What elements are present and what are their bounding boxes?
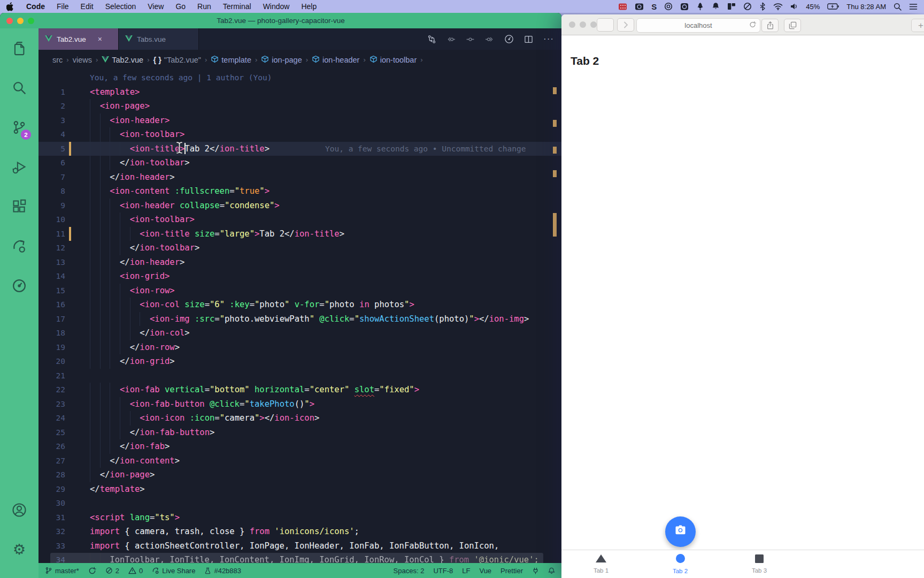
breadcrumb-item-ionheader[interactable]: ion-header	[312, 55, 359, 65]
new-tab-button[interactable]: +	[911, 19, 924, 32]
status--42b883[interactable]: #42b883	[204, 567, 241, 575]
status-lf[interactable]: LF	[462, 567, 470, 575]
working-file-icon[interactable]	[466, 35, 475, 44]
status-0[interactable]: 0	[128, 567, 143, 575]
gitlens-authors-lens[interactable]: You, a few seconds ago | 1 author (You)	[90, 73, 272, 82]
back-button[interactable]	[597, 18, 614, 32]
tab-overview-icon[interactable]	[784, 19, 801, 32]
menu-item-terminal[interactable]: Terminal	[223, 2, 251, 11]
status-utf-8[interactable]: UTF-8	[433, 567, 453, 575]
breadcrumb-separator: ›	[147, 56, 149, 64]
notification-center-icon[interactable]	[909, 2, 918, 11]
breadcrumb-item-tab2vue[interactable]: { }"Tab2.vue"	[153, 56, 201, 64]
explorer-icon[interactable]	[0, 28, 38, 68]
file-history-icon[interactable]	[504, 34, 514, 44]
safari-window: localhost + Tab 2 Tab 1Tab 2Tab 3	[561, 14, 924, 578]
status-live-share[interactable]: Live Share	[152, 567, 195, 575]
battery-icon[interactable]	[827, 2, 839, 11]
reload-icon[interactable]	[749, 21, 756, 30]
camera-icon	[673, 523, 688, 540]
overview-ruler-mark	[553, 170, 557, 177]
settings-gear-icon[interactable]: ⚙	[0, 530, 38, 569]
dnd-icon[interactable]	[743, 2, 752, 11]
bluetooth-icon[interactable]	[759, 2, 766, 11]
status-vue[interactable]: Vue	[479, 567, 491, 575]
status-sync-icon[interactable]	[88, 567, 96, 575]
skitch-icon[interactable]: S	[651, 2, 657, 11]
battery-percent[interactable]: 45%	[806, 3, 820, 11]
wifi-icon[interactable]	[773, 2, 783, 11]
menu-item-file[interactable]: File	[57, 2, 69, 11]
menu-item-go[interactable]: Go	[175, 2, 186, 11]
status-prettier[interactable]: Prettier	[500, 567, 523, 575]
zoom-window-button[interactable]	[28, 18, 34, 24]
zoom-window-button[interactable]	[590, 21, 597, 28]
status-master-[interactable]: master*	[45, 567, 79, 575]
breadcrumb-item-tab2vue[interactable]: Tab2.vue	[102, 56, 143, 64]
forward-button[interactable]	[617, 18, 634, 32]
code-line-22: 22 <ion-fab vertical="bottom" horizontal…	[38, 383, 561, 397]
breadcrumb-item-views[interactable]: views	[73, 56, 92, 64]
status-spaces-2[interactable]: Spaces: 2	[394, 567, 425, 575]
bell-icon[interactable]	[712, 2, 720, 11]
menu-item-selection[interactable]: Selection	[105, 2, 136, 11]
extensions-icon[interactable]	[0, 187, 38, 226]
overview-ruler-mark	[553, 213, 557, 237]
vscode-title-bar[interactable]: Tab2.vue — photo-gallery-capacitor-vue	[0, 13, 561, 28]
account-icon[interactable]	[0, 490, 38, 530]
breadcrumb-item-iontoolbar[interactable]: ion-toolbar	[369, 55, 417, 65]
editor-tab-tab2-vue[interactable]: Tab2.vue×	[38, 28, 119, 50]
menu-clock[interactable]: Thu 8:28 AM	[846, 3, 886, 11]
spotlight-icon[interactable]	[894, 2, 902, 11]
volume-icon[interactable]	[790, 2, 798, 11]
close-window-button[interactable]	[6, 18, 13, 24]
take-photo-fab-button[interactable]	[665, 516, 696, 547]
close-tab-icon[interactable]: ×	[98, 35, 102, 43]
menu-item-run[interactable]: Run	[197, 2, 211, 11]
target-icon[interactable]	[664, 2, 673, 11]
next-change-icon[interactable]	[485, 35, 494, 44]
close-window-button[interactable]	[569, 21, 575, 28]
status-2[interactable]: 2	[105, 567, 119, 575]
menu-item-view[interactable]: View	[148, 2, 164, 11]
previous-change-icon[interactable]	[446, 35, 456, 44]
minimize-window-button[interactable]	[580, 21, 586, 28]
tab-bar-item-tab-1[interactable]: Tab 1	[572, 550, 630, 577]
timeline-icon[interactable]	[0, 266, 38, 306]
line-number: 24	[38, 411, 65, 425]
recording-icon[interactable]	[618, 2, 627, 11]
search-icon[interactable]	[0, 68, 38, 108]
breadcrumb-item-template[interactable]: template	[211, 55, 251, 65]
display-icon[interactable]	[680, 2, 689, 11]
editor-actions: ···	[427, 28, 561, 50]
live-share-icon[interactable]	[0, 226, 38, 266]
menu-item-edit[interactable]: Edit	[81, 2, 94, 11]
tab-bar-item-tab-3[interactable]: Tab 3	[730, 550, 789, 577]
menu-item-window[interactable]: Window	[263, 2, 290, 11]
address-bar[interactable]: localhost	[636, 18, 760, 33]
more-actions-icon[interactable]: ···	[543, 34, 554, 44]
code-line-16: 16 <ion-col size="6" :key="photo" v-for=…	[38, 298, 561, 312]
tab-bar-item-tab-2[interactable]: Tab 2	[651, 550, 710, 577]
status-bell-icon[interactable]	[548, 567, 555, 575]
share-icon[interactable]	[761, 19, 779, 32]
run-debug-icon[interactable]	[0, 147, 38, 187]
menu-item-code[interactable]: Code	[26, 2, 45, 11]
status-plug-icon[interactable]	[532, 567, 539, 575]
editor-tab-tabs-vue[interactable]: Tabs.vue	[119, 28, 199, 50]
open-changes-icon[interactable]	[427, 35, 436, 44]
breadcrumb-item-ionpage[interactable]: ion-page	[261, 55, 302, 65]
code-editor[interactable]: You, a few seconds ago | 1 author (You)1…	[38, 70, 561, 578]
camera-app-icon[interactable]	[635, 2, 644, 11]
tab-label: Tab 3	[752, 567, 767, 574]
apple-logo-icon[interactable]	[6, 2, 14, 11]
overview-ruler-mark	[553, 87, 557, 94]
breadcrumb-item-src[interactable]: src	[52, 56, 63, 64]
split-editor-icon[interactable]	[524, 35, 533, 44]
source-control-icon[interactable]: 2	[0, 108, 38, 147]
window-tiles-icon[interactable]	[727, 2, 736, 11]
ellipse-icon	[675, 553, 686, 566]
rocket-icon[interactable]	[696, 2, 704, 11]
menu-item-help[interactable]: Help	[301, 2, 317, 11]
minimize-window-button[interactable]	[17, 18, 24, 24]
